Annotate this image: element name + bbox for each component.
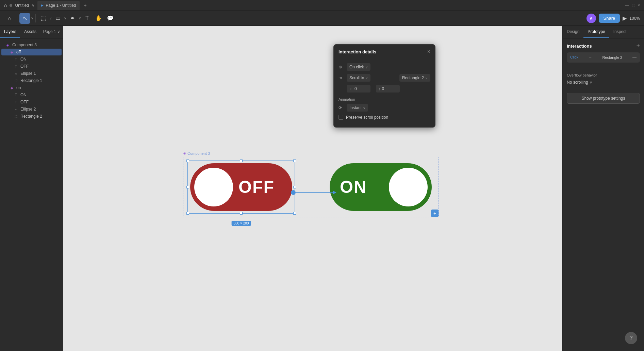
- overflow-value-row[interactable]: No scrolling ∨: [567, 80, 640, 85]
- page-tab-label: Page 1 - Untitled: [46, 3, 76, 8]
- layer-off-text[interactable]: T OFF: [1, 63, 62, 70]
- layer-on-variant[interactable]: ◆ on: [1, 84, 62, 91]
- interaction-item[interactable]: Click → Rectangle 2 —: [567, 52, 640, 63]
- add-variant-button[interactable]: +: [431, 210, 439, 217]
- off-toggle[interactable]: OFF: [190, 163, 292, 211]
- action-select[interactable]: Scroll to ∨: [347, 74, 370, 82]
- interaction-action: Rectangle 2: [602, 55, 622, 60]
- play-button[interactable]: ▶: [623, 15, 627, 21]
- layer-off-text2[interactable]: T OFF: [1, 99, 62, 105]
- interaction-arrow: →: [589, 55, 592, 60]
- share-button[interactable]: Share: [599, 14, 620, 23]
- add-tab-button[interactable]: +: [84, 2, 87, 9]
- comment-tool-button[interactable]: 💬: [105, 13, 116, 24]
- inspect-tab[interactable]: Inspect: [609, 26, 631, 38]
- layer-ellipse1-label: Ellipse 1: [20, 71, 36, 76]
- animation-select[interactable]: Instant ∨: [347, 104, 368, 112]
- assets-tab[interactable]: Assets: [20, 26, 40, 38]
- interaction-delete-icon[interactable]: —: [632, 55, 637, 60]
- on-toggle-text: ON: [340, 177, 367, 197]
- on-text-icon: T: [14, 57, 18, 61]
- pen-tool-button[interactable]: ✒: [67, 13, 78, 24]
- show-prototype-settings-button[interactable]: Show prototype settings: [567, 93, 640, 104]
- preserve-scroll-checkbox[interactable]: [338, 115, 343, 120]
- on-toggle[interactable]: ON: [330, 163, 432, 211]
- hand-tool-button[interactable]: ✋: [93, 13, 104, 24]
- layer-rect2[interactable]: ⬚ Rectangle 2: [1, 113, 62, 120]
- title-dot: [10, 4, 12, 7]
- layer-on-label: on: [16, 85, 21, 90]
- layer-off-text2-label: OFF: [20, 100, 29, 104]
- off-toggle-circle: [194, 168, 233, 206]
- on-toggle-container[interactable]: ON: [330, 163, 432, 211]
- handle-b[interactable]: [240, 212, 243, 215]
- interactions-title: Interactions: [567, 44, 592, 49]
- restore-icon[interactable]: ⬚: [632, 3, 635, 7]
- shape-tool-button[interactable]: ▭: [52, 13, 63, 24]
- layer-tree: ◈ Component 3 ◆ off T ON T OFF ○ Ellipse…: [0, 38, 63, 351]
- modal-header: Interaction details ×: [334, 45, 435, 59]
- select-tool-arrow[interactable]: ∨: [31, 16, 33, 20]
- layer-component3[interactable]: ◈ Component 3: [1, 41, 62, 48]
- component-frame: ◈ Component 3: [183, 157, 439, 217]
- layer-on-text2[interactable]: T ON: [1, 91, 62, 98]
- tool-separator-2: [35, 14, 36, 22]
- page-selector[interactable]: Page 1 ∨: [40, 26, 63, 38]
- handle-tl[interactable]: [186, 160, 189, 162]
- interaction-trigger: Click: [570, 55, 578, 59]
- handle-bl[interactable]: [186, 212, 189, 215]
- home-icon[interactable]: ⌂: [4, 3, 7, 8]
- offset-x-prefix: ↔: [349, 87, 353, 91]
- layer-on-text[interactable]: T ON: [1, 56, 62, 63]
- minimize-icon[interactable]: —: [625, 3, 629, 7]
- overflow-arrow: ∨: [590, 80, 592, 85]
- action-label: Scroll to: [349, 76, 364, 80]
- handle-mr[interactable]: [293, 186, 296, 188]
- frame-tool-button[interactable]: ⬚: [38, 13, 49, 24]
- toggles-row: 380 × 200 OFF ON: [183, 157, 439, 217]
- trigger-select[interactable]: On click ∨: [347, 63, 370, 71]
- pen-tool-arrow[interactable]: ∨: [79, 16, 81, 20]
- offset-y-input[interactable]: ↕ 0: [376, 85, 400, 93]
- animation-title: Animation: [338, 96, 430, 102]
- page-tab-icon: ▶: [41, 3, 44, 7]
- select-tool-button[interactable]: ↖: [19, 13, 30, 24]
- close-window-icon[interactable]: ×: [638, 3, 640, 7]
- handle-ml[interactable]: [186, 186, 189, 188]
- text-tool-button[interactable]: T: [82, 13, 93, 24]
- layers-tab[interactable]: Layers: [0, 26, 20, 38]
- rect2-icon: ⬚: [14, 115, 18, 118]
- add-interaction-button[interactable]: +: [636, 43, 640, 50]
- off-toggle-container[interactable]: 380 × 200 OFF: [190, 163, 292, 211]
- design-tab[interactable]: Design: [563, 26, 583, 38]
- target-select-arrow: ∨: [425, 76, 428, 80]
- titlebar-right: — ⬚ ×: [625, 3, 640, 7]
- component3-icon: ◈: [5, 43, 10, 47]
- prototype-tab[interactable]: Prototype: [583, 26, 609, 38]
- overflow-value: No scrolling: [567, 80, 588, 85]
- frame-tool-arrow[interactable]: ∨: [49, 16, 52, 20]
- layer-off-variant[interactable]: ◆ off: [1, 49, 62, 55]
- layer-on-text-label: ON: [20, 57, 27, 62]
- handle-br[interactable]: [293, 212, 296, 215]
- target-select[interactable]: Rectangle 2 ∨: [399, 74, 430, 82]
- layer-rect1[interactable]: ⬚ Rectangle 1: [1, 77, 62, 84]
- canvas[interactable]: ◈ Component 3: [63, 26, 562, 351]
- modal-body: ⊕ On click ∨ ⇥ Scroll to ∨ Rectangle 2 ∨…: [334, 59, 435, 127]
- offset-x-input[interactable]: ↔ 0: [347, 85, 370, 93]
- on-text2-icon: T: [14, 93, 18, 97]
- home-tool-button[interactable]: ⌂: [4, 13, 15, 24]
- handle-t[interactable]: [240, 160, 243, 162]
- layer-ellipse2[interactable]: ○ Ellipse 2: [1, 106, 62, 113]
- preserve-scroll-label: Preserve scroll position: [346, 115, 388, 120]
- layer-ellipse1[interactable]: ○ Ellipse 1: [1, 70, 62, 77]
- page-tab[interactable]: ▶ Page 1 - Untitled: [37, 1, 79, 10]
- title-chevron: ∨: [32, 3, 35, 8]
- help-button[interactable]: ?: [625, 332, 637, 344]
- shape-tool-arrow[interactable]: ∨: [64, 16, 66, 20]
- toolbar-right: A Share ▶ 100%: [587, 14, 640, 23]
- modal-close-button[interactable]: ×: [427, 49, 430, 55]
- titlebar: ⌂ Untitled ∨ ▶ Page 1 - Untitled + — ⬚ ×: [0, 0, 644, 11]
- handle-tr[interactable]: [293, 160, 296, 162]
- trigger-row: ⊕ On click ∨: [338, 63, 430, 71]
